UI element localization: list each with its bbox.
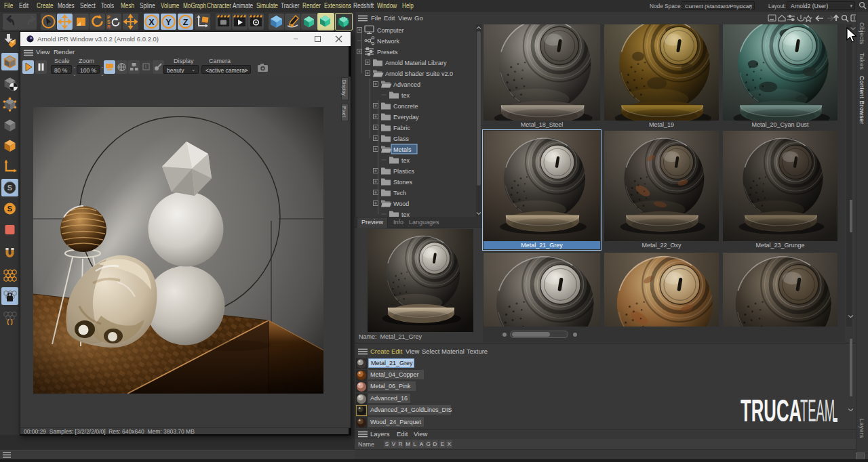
- svg-text:Y: Y: [165, 18, 172, 27]
- svg-text:Advanced: Advanced: [393, 81, 420, 88]
- svg-text:Metals: Metals: [393, 146, 412, 153]
- svg-text:Tech: Tech: [393, 190, 406, 196]
- svg-text:Concrete: Concrete: [393, 103, 418, 110]
- svg-text:( ): ( ): [7, 318, 13, 325]
- svg-text:S: S: [7, 184, 12, 192]
- svg-text:Stones: Stones: [393, 179, 413, 186]
- svg-text:Arnold Material Library: Arnold Material Library: [385, 60, 447, 66]
- svg-text:R: R: [107, 24, 111, 29]
- svg-text:Glass: Glass: [393, 135, 410, 142]
- svg-text:X: X: [149, 18, 155, 27]
- svg-text:tex: tex: [401, 157, 410, 164]
- svg-text:P: P: [107, 15, 111, 20]
- svg-text:S: S: [7, 205, 12, 213]
- svg-text:S: S: [107, 20, 111, 24]
- svg-text:Everyday: Everyday: [393, 114, 419, 121]
- svg-text:tex: tex: [401, 92, 410, 99]
- svg-text:Plastics: Plastics: [393, 168, 415, 175]
- svg-text:Arnold Shader Suite v2.0: Arnold Shader Suite v2.0: [385, 70, 453, 77]
- svg-text:Fabric: Fabric: [393, 125, 411, 131]
- svg-text:Presets: Presets: [377, 49, 398, 56]
- svg-text:Computer: Computer: [377, 27, 404, 34]
- svg-text:tex: tex: [401, 211, 410, 217]
- svg-text:Wood: Wood: [393, 201, 409, 207]
- svg-text:Z: Z: [183, 18, 189, 27]
- svg-text:Network: Network: [377, 38, 400, 45]
